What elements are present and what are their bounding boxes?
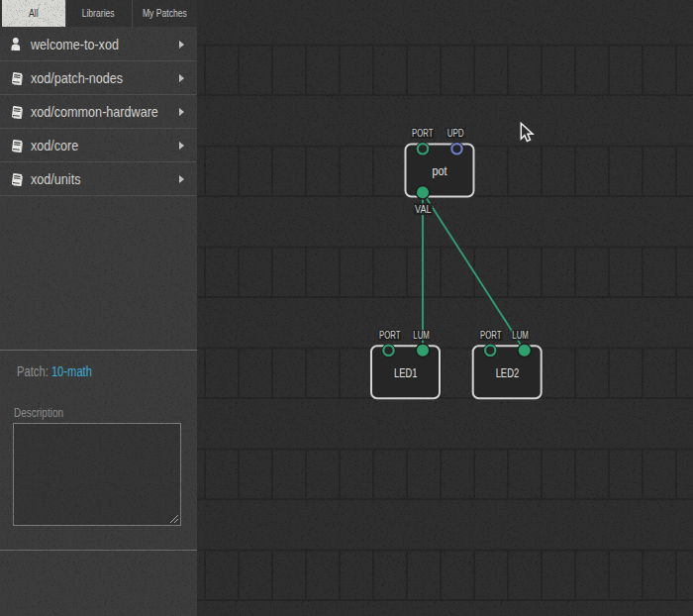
svg-text:LED1: LED1 xyxy=(394,366,418,380)
svg-text:LUM: LUM xyxy=(512,329,529,341)
svg-text:LUM: LUM xyxy=(413,329,430,341)
svg-text:LED2: LED2 xyxy=(496,366,520,380)
svg-text:VAL: VAL xyxy=(415,203,432,215)
svg-text:pot: pot xyxy=(433,163,447,178)
svg-text:PORT: PORT xyxy=(412,127,434,139)
svg-text:PORT: PORT xyxy=(480,329,502,341)
svg-text:PORT: PORT xyxy=(379,329,401,341)
svg-text:UPD: UPD xyxy=(447,127,464,139)
